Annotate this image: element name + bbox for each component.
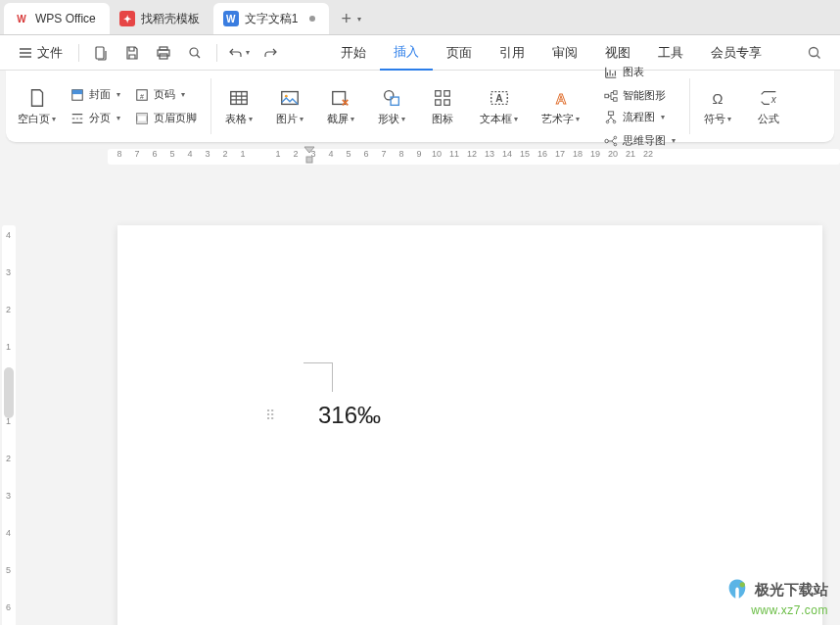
tab-page[interactable]: 页面 [433,35,486,71]
margin-corner-icon [303,362,333,392]
ruler-number: 15 [520,149,530,159]
ruler-number: 10 [432,149,442,159]
docer-logo-icon: ✦ [119,11,135,26]
svg-rect-20 [444,91,450,97]
svg-text:Ω: Ω [713,91,723,107]
print-preview-button[interactable] [181,39,209,67]
flowchart-button[interactable]: 流程图▾ [597,107,681,128]
screenshot-button[interactable]: 截屏▾ [321,84,360,128]
menu-icon [18,45,33,61]
tab-document[interactable]: W 文字文稿1 [213,3,330,34]
svg-text:A: A [495,93,503,104]
ruler-number: 6 [152,149,157,159]
svg-text:#: # [140,92,144,99]
undo-button[interactable]: ▾ [225,39,253,67]
symbol-icon: Ω [706,86,729,110]
document-page[interactable]: ⠿ 316‰ [117,225,822,625]
screenshot-icon [329,86,352,110]
smart-art-icon [603,88,619,104]
ruler-number: 9 [416,149,421,159]
ruler-number: 1 [275,149,280,159]
page-viewport[interactable]: ⠿ 316‰ [20,167,840,625]
tab-insert[interactable]: 插入 [380,35,433,71]
watermark-url: www.xz7.com [751,603,828,617]
ruler-slider[interactable] [4,367,14,418]
unsaved-dot-icon [309,16,315,22]
ruler-number: 3 [205,149,210,159]
print-button[interactable] [150,39,177,67]
svg-point-38 [740,582,745,587]
svg-rect-37 [306,157,312,163]
ruler-number: 3 [6,491,11,501]
shapes-button[interactable]: 形状▾ [372,84,411,128]
blank-page-button[interactable]: 空白页▾ [12,74,62,138]
table-button[interactable]: 表格▾ [219,84,258,128]
ruler-number: 2 [293,149,298,159]
horizontal-ruler[interactable]: 8765432112345678910111213141516171819202… [0,147,840,167]
icons-button[interactable]: 图标 [423,84,462,128]
page-number-button[interactable]: # 页码▾ [128,84,203,106]
chevron-down-icon: ▾ [357,15,361,24]
indent-marker-icon[interactable] [303,145,315,165]
svg-text:x: x [770,94,777,105]
tab-home[interactable]: 开始 [327,35,380,71]
ruler-number: 7 [134,149,139,159]
svg-rect-29 [608,111,613,115]
word-doc-icon: W [223,11,239,26]
smart-art-button[interactable]: 智能图形 [597,85,681,107]
ruler-number: 17 [555,149,565,159]
svg-rect-27 [614,90,618,94]
ruler-number: 1 [240,149,245,159]
ruler-number: 4 [6,230,11,240]
shapes-icon [380,86,403,110]
symbol-button[interactable]: Ω 符号▾ [698,84,737,128]
svg-point-5 [810,47,818,56]
cover-button[interactable]: 封面▾ [64,84,126,106]
svg-point-4 [190,48,198,56]
ruler-number: 20 [608,149,618,159]
tab-add-button[interactable]: + ▾ [329,3,373,34]
tab-templates[interactable]: ✦ 找稻壳模板 [110,3,213,34]
page-break-button[interactable]: 分页▾ [64,108,126,129]
ruler-number: 5 [346,149,350,159]
separator [689,78,690,134]
watermark: 极光下载站 www.xz7.com [723,576,828,617]
ruler-number: 19 [590,149,600,159]
ruler-number: 4 [187,149,192,159]
picture-button[interactable]: 图片▾ [270,84,309,128]
svg-rect-13 [231,92,248,105]
redo-button[interactable] [257,39,284,67]
search-button[interactable] [799,39,830,67]
blank-page-icon [25,86,49,110]
text-box-button[interactable]: A 文本框▾ [474,84,524,128]
word-art-button[interactable]: A 艺术字▾ [536,84,585,128]
tab-references[interactable]: 引用 [486,35,538,71]
ruler-number: 12 [467,149,477,159]
chart-button[interactable]: 图表 [597,62,681,83]
svg-point-30 [606,120,609,123]
plus-icon: + [341,9,351,29]
tab-label: 找稻壳模板 [141,11,200,27]
text-box-icon: A [488,86,511,110]
ruler-number: 22 [643,149,653,159]
header-footer-icon [134,111,150,126]
new-button[interactable] [87,39,115,67]
tab-review[interactable]: 审阅 [538,35,591,71]
document-text[interactable]: 316‰ [318,402,381,429]
separator [78,44,79,62]
separator [210,78,211,134]
drag-handle-icon[interactable]: ⠿ [265,408,276,423]
ruler-number: 21 [626,149,635,159]
watermark-logo-icon [723,576,751,603]
header-footer-button[interactable]: 页眉页脚 [128,108,203,129]
file-menu-button[interactable]: 文件 [10,40,70,66]
menu-tabs: 开始 插入 页面 引用 审阅 视图 工具 会员专享 [327,35,775,71]
formula-button[interactable]: x 公式 [749,84,788,128]
svg-rect-11 [137,113,148,116]
tab-member[interactable]: 会员专享 [697,35,775,71]
save-button[interactable] [118,39,146,67]
file-label: 文件 [37,44,63,62]
ruler-number: 6 [6,602,11,612]
vertical-ruler[interactable]: 432112345678 [0,167,20,625]
tab-wps-office[interactable]: W WPS Office [4,3,110,34]
